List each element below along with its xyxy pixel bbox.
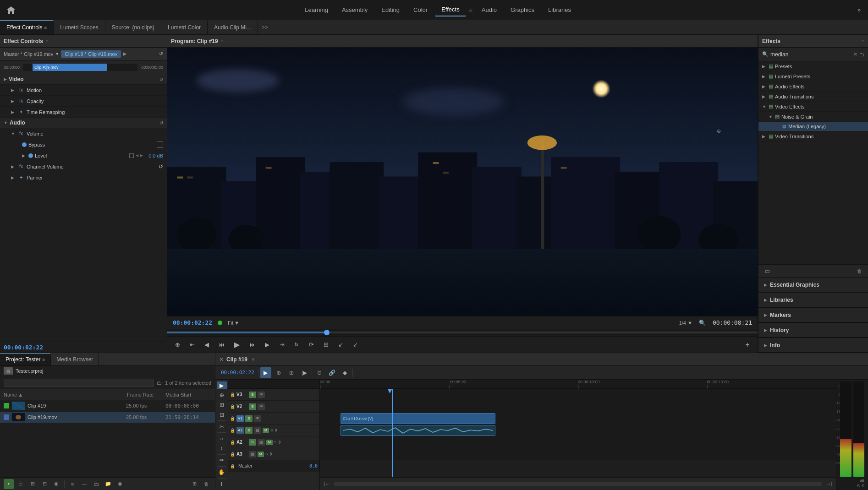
transport-add-button[interactable]: + <box>741 338 754 351</box>
level-expand[interactable]: ▶ <box>22 153 27 158</box>
a3-lock[interactable]: 🔒 <box>230 452 235 457</box>
tl-tool-slide[interactable]: ↕ <box>217 444 227 452</box>
v2-lock[interactable]: 🔒 <box>230 404 235 409</box>
tl-markers[interactable]: ◆ <box>340 367 351 378</box>
channel-vol-expand[interactable]: ▶ <box>11 164 16 169</box>
scrubber-bar[interactable] <box>167 329 758 336</box>
tl-scroll-bar[interactable] <box>334 482 822 486</box>
ec-play-button[interactable]: ▶ <box>123 51 126 57</box>
a2-mic[interactable]: 🎙 <box>278 440 282 445</box>
nav-graphics[interactable]: Graphics <box>504 4 541 16</box>
track-a3-content[interactable] <box>320 448 836 460</box>
proj-magnifier[interactable]: ◉ <box>51 479 61 489</box>
video-section-header[interactable]: ▶ Video ↺ <box>0 74 167 85</box>
level-keyframe[interactable] <box>129 153 134 158</box>
nav-assembly[interactable]: Assembly <box>335 4 374 16</box>
tl-tool-slip[interactable]: ↔ <box>217 435 227 442</box>
effect-controls-menu-icon[interactable]: ≡ <box>46 38 49 44</box>
tl-timecode-display[interactable]: 00:00:02:22 <box>219 367 256 378</box>
proj-new-folder[interactable]: 📁 <box>103 479 113 489</box>
track-a2-content[interactable] <box>320 436 836 448</box>
tl-tool-rate[interactable]: ⊟ <box>217 411 227 419</box>
nav-editing[interactable]: Editing <box>375 4 406 16</box>
proj-new-item[interactable]: 🗀 <box>91 479 101 489</box>
tl-zoom-out[interactable]: |← <box>322 479 332 489</box>
info-header[interactable]: ▶ Info <box>758 338 868 353</box>
v1-eye[interactable]: 👁 <box>254 415 261 422</box>
proj-find[interactable]: — <box>79 479 89 489</box>
tab-project-menu[interactable]: ≡ <box>42 357 45 362</box>
a1-solo[interactable]: S <box>270 428 273 432</box>
tree-video-effects[interactable]: ▼ ▤ Video Effects <box>758 102 868 112</box>
nav-effects[interactable]: Effects <box>435 3 466 16</box>
tab-source[interactable]: Source: (no clips) <box>105 20 161 34</box>
proj-automate[interactable]: ≡ <box>67 479 77 489</box>
proj-list-view[interactable]: ☰ <box>16 479 26 489</box>
transport-fx[interactable]: fx <box>290 338 303 351</box>
timeline-menu[interactable]: ≡ <box>252 357 255 362</box>
a3-solo[interactable]: S <box>265 452 268 456</box>
v3-eye[interactable]: 👁 <box>258 392 265 398</box>
level-prev[interactable]: ◀ <box>136 153 138 158</box>
track-v2-content[interactable] <box>320 401 836 413</box>
tree-lumetri-presets[interactable]: ▶ ▤ Lumetri Presets <box>758 71 868 82</box>
effects-delete[interactable]: 🗑 <box>854 266 864 276</box>
proj-thumbnails[interactable]: ⊞ <box>189 479 199 489</box>
a3-mute[interactable]: M <box>258 452 264 457</box>
a1-lock[interactable]: 🔒 <box>230 428 235 433</box>
home-icon[interactable] <box>4 3 18 17</box>
timeline-close[interactable]: ✕ <box>219 356 224 363</box>
project-item-clip19mov[interactable]: Clip #19.mov 25.00 fps 21:59:28:14 <box>0 412 215 423</box>
a2-lock[interactable]: 🔒 <box>230 440 235 445</box>
master-dropdown-arrow[interactable]: ▼ <box>55 52 59 56</box>
nav-more-button[interactable]: » <box>854 7 864 13</box>
track-v1-content[interactable]: Clip #19.mov [V] <box>320 413 836 425</box>
a2-sync[interactable]: S <box>249 439 256 446</box>
tl-razor-tool[interactable]: ⊕ <box>273 367 284 378</box>
tab-effect-controls-menu[interactable]: ≡ <box>44 25 47 30</box>
a1-expand[interactable]: ▤ <box>254 427 261 434</box>
nav-color[interactable]: Color <box>407 4 434 16</box>
tree-median-legacy[interactable]: ▤ Median (Legacy) <box>758 122 868 131</box>
effects-panel-menu[interactable]: ≡ <box>862 38 864 44</box>
tl-track-select[interactable]: |▶ <box>299 367 310 378</box>
transport-prev-edit[interactable]: ⏮ <box>215 338 228 351</box>
v1-sync[interactable]: S <box>245 415 253 422</box>
a1-active[interactable]: A1 <box>236 427 244 434</box>
proj-metadata[interactable]: ◉ <box>115 479 125 489</box>
ec-timecode[interactable]: 00:00:02:22 <box>4 344 43 351</box>
v2-eye[interactable]: 👁 <box>258 403 265 410</box>
channel-vol-reset[interactable]: ↺ <box>159 163 163 170</box>
ec-reset-button[interactable]: ↺ <box>159 51 163 57</box>
effects-search-input[interactable] <box>770 51 852 58</box>
nav-libraries[interactable]: Libraries <box>542 4 577 16</box>
proj-delete[interactable]: 🗑 <box>201 479 211 489</box>
a3-expand[interactable]: ▤ <box>249 451 256 457</box>
ratio-selector[interactable]: 1/4 ▼ <box>679 320 692 326</box>
audio-section-reset[interactable]: ↺ <box>159 120 163 125</box>
v1-active[interactable]: V1 <box>236 415 244 422</box>
transport-insert[interactable]: ↙ <box>334 338 347 351</box>
clip-name-selector[interactable]: Clip #19 * Clip #19.mov <box>61 50 121 58</box>
libraries-header[interactable]: ▶ Libraries <box>758 293 868 307</box>
nav-learning[interactable]: Learning <box>298 4 335 16</box>
transport-overlay[interactable]: ↙ <box>349 338 362 351</box>
transport-step-back[interactable]: ◀ <box>200 338 213 351</box>
tl-snap[interactable]: ⊙ <box>314 367 325 378</box>
transport-play[interactable]: ▶ <box>230 338 244 352</box>
a2-expand[interactable]: ▤ <box>258 439 265 446</box>
transport-multi-cam[interactable]: ⊞ <box>319 338 332 351</box>
tl-zoom-in[interactable]: →| <box>824 479 834 489</box>
ec-time-bar[interactable]: Clip #19.mov <box>23 64 137 71</box>
proj-icon-view[interactable]: ⊞ <box>27 479 38 489</box>
monitor-current-time[interactable]: 00:00:02:22 <box>173 319 212 326</box>
project-search-input[interactable] <box>4 379 154 387</box>
tab-effect-controls[interactable]: Effect Controls ≡ <box>0 20 54 34</box>
tl-tool-ripple[interactable]: ⊕ <box>217 391 227 399</box>
tl-ripple-tool[interactable]: ⊞ <box>286 367 297 378</box>
nav-audio[interactable]: Audio <box>475 4 503 16</box>
tl-tool-hand[interactable]: ✋ <box>217 468 227 476</box>
level-value[interactable]: 0.0 dB <box>145 153 163 158</box>
transport-add-in[interactable]: ⊕ <box>171 338 184 351</box>
tl-tool-type[interactable]: T <box>217 480 227 488</box>
